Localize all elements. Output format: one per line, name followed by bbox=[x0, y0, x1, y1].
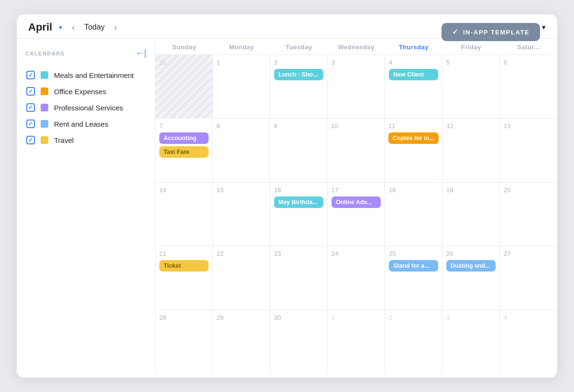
day-cell-next-1[interactable]: 1 bbox=[328, 310, 385, 373]
day-num-11: 11 bbox=[388, 122, 439, 130]
day-cell-24[interactable]: 24 bbox=[328, 246, 385, 309]
day-cell-3[interactable]: 3 bbox=[328, 55, 385, 118]
day-cell-next-2[interactable]: 2 bbox=[385, 310, 442, 373]
event-copies[interactable]: Copies for in... bbox=[388, 132, 439, 144]
day-cell-7[interactable]: 7 Accounting Taxi Fare bbox=[155, 119, 213, 182]
day-cell-14[interactable]: 14 bbox=[155, 183, 213, 246]
day-num-29: 29 bbox=[217, 314, 266, 321]
day-num-5: 5 bbox=[446, 59, 496, 66]
event-stand-for[interactable]: Stand for a... bbox=[389, 260, 438, 272]
day-num-30: 30 bbox=[274, 314, 323, 321]
day-num-10: 10 bbox=[331, 122, 380, 130]
day-cell-27[interactable]: 27 bbox=[500, 246, 557, 309]
sidebar-collapse-button[interactable]: ←| bbox=[135, 48, 146, 58]
event-dusting[interactable]: Dusting and... bbox=[446, 260, 496, 272]
day-cell-5[interactable]: 5 bbox=[442, 55, 500, 118]
day-num-12: 12 bbox=[447, 122, 496, 130]
day-cell-next-3[interactable]: 3 bbox=[442, 310, 500, 373]
day-cell-13[interactable]: 13 bbox=[500, 119, 557, 182]
day-cell-17[interactable]: 17 Online Adv... bbox=[328, 183, 385, 246]
event-online-adv[interactable]: Online Adv... bbox=[331, 196, 381, 208]
meals-label: Meals and Entertainment bbox=[54, 71, 134, 79]
week-row-4: 21 Ticket 22 23 24 25 Stand for a... bbox=[155, 246, 557, 310]
day-cell-6[interactable]: 6 bbox=[500, 55, 557, 118]
day-cell-26[interactable]: 26 Dusting and... bbox=[442, 246, 500, 309]
day-cell-29[interactable]: 29 bbox=[213, 310, 270, 373]
day-num-14: 14 bbox=[159, 186, 209, 194]
day-num-next-4: 4 bbox=[504, 314, 553, 321]
day-cell-28[interactable]: 28 bbox=[155, 310, 213, 373]
day-cell-31[interactable]: 31 bbox=[155, 55, 213, 118]
day-num-next-2: 2 bbox=[389, 314, 438, 321]
calendar-body: CALENDARS ←| ✓ Meals and Entertainment ✓… bbox=[17, 39, 557, 373]
day-num-next-1: 1 bbox=[331, 314, 381, 321]
day-num-8: 8 bbox=[217, 122, 266, 130]
day-num-16: 16 bbox=[274, 186, 323, 194]
day-cell-23[interactable]: 23 bbox=[270, 246, 328, 309]
day-cell-22[interactable]: 22 bbox=[213, 246, 270, 309]
event-accounting[interactable]: Accounting bbox=[159, 132, 209, 144]
day-num-24: 24 bbox=[331, 250, 381, 257]
day-headers: Sunday Monday Tuesday Wednesday Thursday… bbox=[155, 39, 557, 55]
professional-checkbox[interactable]: ✓ bbox=[26, 103, 35, 112]
meals-checkbox[interactable]: ✓ bbox=[26, 71, 35, 79]
office-color-dot bbox=[41, 87, 48, 95]
day-cell-21[interactable]: 21 Ticket bbox=[155, 246, 213, 309]
day-cell-15[interactable]: 15 bbox=[213, 183, 270, 246]
day-num-15: 15 bbox=[217, 186, 266, 194]
day-num-20: 20 bbox=[504, 186, 553, 194]
week-row-5: 28 29 30 1 2 3 bbox=[155, 310, 557, 373]
day-cell-20[interactable]: 20 bbox=[500, 183, 557, 246]
next-month-button[interactable]: › bbox=[111, 22, 120, 33]
day-cell-19[interactable]: 19 bbox=[442, 183, 500, 246]
sidebar-header: CALENDARS ←| bbox=[25, 48, 146, 58]
event-ticket[interactable]: Ticket bbox=[159, 260, 209, 272]
day-cell-2[interactable]: 2 Lunch - Sho... bbox=[270, 55, 328, 118]
day-cell-30[interactable]: 30 bbox=[270, 310, 328, 373]
travel-checkbox[interactable]: ✓ bbox=[26, 136, 35, 144]
event-may-birthday[interactable]: May Birthda... bbox=[274, 196, 323, 208]
day-num-17: 17 bbox=[331, 186, 381, 194]
week-row-1: 31 1 2 Lunch - Sho... 3 4 New Client bbox=[155, 55, 557, 119]
event-lunch[interactable]: Lunch - Sho... bbox=[274, 69, 323, 80]
month-title: April bbox=[28, 21, 52, 33]
day-cell-16[interactable]: 16 May Birthda... bbox=[270, 183, 328, 246]
day-cell-1[interactable]: 1 bbox=[213, 55, 270, 118]
view-dropdown-arrow: ▾ bbox=[542, 23, 546, 32]
day-num-25: 25 bbox=[389, 250, 438, 257]
inapp-template-badge: ✓ IN-APP TEMPLATE bbox=[442, 23, 540, 41]
day-header-monday: Monday bbox=[213, 39, 270, 54]
day-num-26: 26 bbox=[446, 250, 496, 257]
day-num-18: 18 bbox=[389, 186, 438, 194]
day-cell-25[interactable]: 25 Stand for a... bbox=[385, 246, 442, 309]
sidebar-item-rent: ✓ Rent and Leases bbox=[25, 116, 146, 132]
day-num-23: 23 bbox=[274, 250, 323, 257]
day-cell-9[interactable]: 9 bbox=[270, 119, 327, 182]
calendar-grid: Sunday Monday Tuesday Wednesday Thursday… bbox=[155, 39, 557, 373]
day-num-31: 31 bbox=[159, 59, 209, 66]
day-cell-4[interactable]: 4 New Client bbox=[385, 55, 442, 118]
day-num-2: 2 bbox=[274, 59, 323, 66]
meals-color-dot bbox=[41, 71, 48, 79]
prev-month-button[interactable]: ‹ bbox=[69, 22, 77, 33]
office-checkbox[interactable]: ✓ bbox=[26, 87, 35, 96]
day-cell-12[interactable]: 12 bbox=[443, 119, 500, 182]
day-num-6: 6 bbox=[504, 59, 553, 66]
rent-checkbox[interactable]: ✓ bbox=[26, 120, 35, 128]
week-row-2: 7 Accounting Taxi Fare 8 9 10 11 bbox=[155, 119, 557, 182]
professional-label: Professional Services bbox=[54, 104, 123, 112]
month-dropdown-arrow[interactable]: ▾ bbox=[59, 23, 62, 31]
day-cell-10[interactable]: 10 bbox=[327, 119, 385, 182]
day-num-9: 9 bbox=[274, 122, 323, 130]
day-cell-11[interactable]: 11 Copies for in... bbox=[385, 119, 443, 182]
event-taxi-fare[interactable]: Taxi Fare bbox=[159, 146, 209, 158]
day-cell-18[interactable]: 18 bbox=[385, 183, 442, 246]
event-new-client[interactable]: New Client bbox=[389, 69, 438, 80]
today-button[interactable]: Today bbox=[84, 23, 105, 32]
sidebar-item-office: ✓ Office Expenses bbox=[25, 83, 146, 99]
day-cell-next-4[interactable]: 4 bbox=[500, 310, 557, 373]
app-container: ✓ IN-APP TEMPLATE April ▾ ‹ Today › Mont… bbox=[17, 14, 557, 378]
day-cell-8[interactable]: 8 bbox=[213, 119, 270, 182]
day-num-19: 19 bbox=[446, 186, 496, 194]
day-header-thursday: Thursday bbox=[385, 39, 442, 54]
